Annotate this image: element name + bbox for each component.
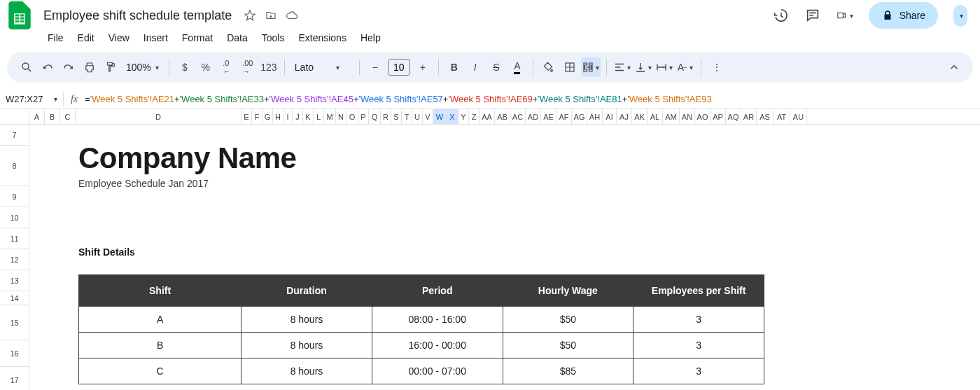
menu-format[interactable]: Format bbox=[176, 29, 218, 46]
print-icon[interactable] bbox=[80, 57, 99, 77]
more-formats-button[interactable]: 123 bbox=[259, 57, 279, 77]
row-header[interactable]: 8 bbox=[0, 146, 29, 186]
comment-icon[interactable] bbox=[804, 7, 821, 24]
col-header[interactable]: W bbox=[433, 109, 447, 124]
fill-color-button[interactable] bbox=[539, 57, 559, 77]
menu-tools[interactable]: Tools bbox=[256, 29, 290, 46]
redo-icon[interactable] bbox=[59, 57, 78, 77]
col-header[interactable]: M bbox=[324, 109, 336, 124]
font-size-input[interactable] bbox=[388, 59, 410, 76]
col-header[interactable]: I bbox=[284, 109, 293, 124]
document-title[interactable]: Employee shift schedule template bbox=[39, 7, 236, 25]
paint-format-icon[interactable] bbox=[101, 57, 120, 77]
col-header[interactable]: H bbox=[273, 109, 284, 124]
meet-icon[interactable]: ▾ bbox=[836, 7, 853, 24]
col-header[interactable]: AU bbox=[790, 109, 807, 124]
col-header[interactable]: AS bbox=[757, 109, 774, 124]
col-header[interactable]: AG bbox=[572, 109, 587, 124]
col-header[interactable]: AA bbox=[479, 109, 495, 124]
row-header[interactable]: 10 bbox=[0, 207, 29, 228]
col-header[interactable]: G bbox=[262, 109, 273, 124]
name-box[interactable]: W27:X27▾ bbox=[0, 94, 63, 104]
select-all-corner[interactable] bbox=[0, 109, 29, 124]
text-rotation-button[interactable]: A→▾ bbox=[676, 57, 695, 77]
menu-data[interactable]: Data bbox=[221, 29, 253, 46]
col-header[interactable]: AQ bbox=[726, 109, 741, 124]
col-header[interactable]: O bbox=[346, 109, 358, 124]
row-header[interactable]: 16 bbox=[0, 340, 29, 367]
col-header[interactable]: C bbox=[60, 109, 76, 124]
merge-cells-button[interactable]: ▾ bbox=[581, 57, 601, 77]
share-button[interactable]: Share bbox=[869, 2, 938, 29]
col-header[interactable]: AH bbox=[587, 109, 603, 124]
col-header[interactable]: U bbox=[412, 109, 423, 124]
menu-edit[interactable]: Edit bbox=[72, 29, 100, 46]
col-header[interactable]: R bbox=[381, 109, 391, 124]
percent-button[interactable]: % bbox=[196, 57, 216, 77]
col-header[interactable]: K bbox=[303, 109, 314, 124]
currency-button[interactable]: $ bbox=[175, 57, 195, 77]
col-header[interactable]: J bbox=[293, 109, 303, 124]
col-header[interactable]: AC bbox=[510, 109, 526, 124]
search-menus-icon[interactable] bbox=[17, 57, 36, 77]
undo-icon[interactable] bbox=[38, 57, 57, 77]
star-icon[interactable] bbox=[243, 8, 257, 22]
bold-button[interactable]: B bbox=[444, 57, 464, 77]
col-header[interactable]: N bbox=[336, 109, 346, 124]
col-header[interactable]: AM bbox=[663, 109, 680, 124]
column-headers[interactable]: ABCDEFGHIJKLMNOPQRSTUVWXYZAAABACADAEAFAG… bbox=[0, 109, 980, 125]
col-header[interactable]: Z bbox=[469, 109, 479, 124]
row-header[interactable]: 17 bbox=[0, 367, 29, 390]
zoom-select[interactable]: 100%▾ bbox=[122, 62, 163, 73]
font-select[interactable]: Lato▾ bbox=[290, 62, 354, 73]
collapse-toolbar-icon[interactable] bbox=[945, 58, 963, 76]
decrease-decimal-button[interactable]: .0← bbox=[217, 57, 237, 77]
col-header[interactable]: AK bbox=[632, 109, 648, 124]
col-header[interactable]: AI bbox=[603, 109, 617, 124]
sheet-cells[interactable]: Company Name Employee Schedule Jan 2017 … bbox=[29, 125, 980, 390]
share-dropdown[interactable]: ▾ bbox=[953, 5, 967, 27]
col-header[interactable]: L bbox=[314, 109, 324, 124]
row-headers[interactable]: 789101112131415161718 bbox=[0, 125, 29, 390]
row-header[interactable]: 7 bbox=[0, 125, 29, 146]
col-header[interactable]: AD bbox=[526, 109, 541, 124]
row-header[interactable]: 9 bbox=[0, 186, 29, 207]
col-header[interactable]: AJ bbox=[617, 109, 632, 124]
col-header[interactable]: AL bbox=[648, 109, 663, 124]
formula-input[interactable]: ='Week 5 Shifts'!AE21+'Week 5 Shifts'!AE… bbox=[85, 94, 712, 104]
history-icon[interactable] bbox=[772, 7, 789, 24]
sheets-logo[interactable] bbox=[6, 1, 34, 29]
row-header[interactable]: 13 bbox=[0, 270, 29, 291]
row-header[interactable]: 11 bbox=[0, 228, 29, 249]
col-header[interactable]: F bbox=[252, 109, 262, 124]
col-header[interactable]: AF bbox=[556, 109, 572, 124]
col-header[interactable]: X bbox=[447, 109, 458, 124]
col-header[interactable]: AT bbox=[774, 109, 790, 124]
row-header[interactable]: 12 bbox=[0, 249, 29, 270]
col-header[interactable]: P bbox=[358, 109, 369, 124]
col-header[interactable]: B bbox=[45, 109, 60, 124]
col-header[interactable]: T bbox=[402, 109, 412, 124]
cloud-status-icon[interactable] bbox=[285, 8, 299, 22]
col-header[interactable]: E bbox=[241, 109, 252, 124]
col-header[interactable]: V bbox=[423, 109, 433, 124]
col-header[interactable]: Y bbox=[458, 109, 469, 124]
strikethrough-button[interactable]: S bbox=[486, 57, 506, 77]
menu-extensions[interactable]: Extensions bbox=[293, 29, 351, 46]
col-header[interactable]: S bbox=[391, 109, 402, 124]
col-header[interactable]: D bbox=[76, 109, 241, 124]
col-header[interactable]: AB bbox=[495, 109, 510, 124]
text-wrap-button[interactable]: ▾ bbox=[654, 57, 674, 77]
text-color-button[interactable]: A bbox=[507, 57, 527, 77]
menu-help[interactable]: Help bbox=[355, 29, 386, 46]
decrease-font-button[interactable]: − bbox=[365, 57, 385, 77]
col-header[interactable]: A bbox=[29, 109, 45, 124]
row-header[interactable]: 14 bbox=[0, 291, 29, 305]
horizontal-align-button[interactable]: ▾ bbox=[612, 57, 632, 77]
increase-font-button[interactable]: + bbox=[413, 57, 433, 77]
increase-decimal-button[interactable]: .00→ bbox=[238, 57, 258, 77]
col-header[interactable]: AE bbox=[541, 109, 556, 124]
row-header[interactable]: 15 bbox=[0, 305, 29, 340]
vertical-align-button[interactable]: ▾ bbox=[634, 57, 653, 77]
more-toolbar-button[interactable]: ⋮ bbox=[707, 57, 727, 77]
